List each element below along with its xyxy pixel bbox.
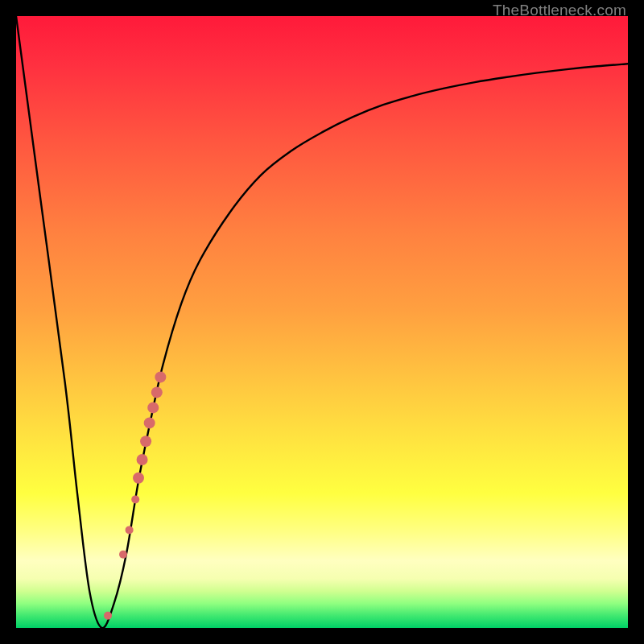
data-marker [147, 402, 159, 413]
chart-svg [16, 16, 628, 628]
plot-area [16, 16, 628, 628]
data-marker [126, 526, 134, 534]
data-marker [151, 386, 163, 398]
data-marker [140, 436, 151, 447]
data-marker [119, 551, 127, 559]
data-marker [144, 417, 155, 428]
bottleneck-curve [16, 16, 628, 628]
chart-frame: TheBottleneck.com [0, 0, 644, 644]
data-marker [155, 371, 166, 382]
data-marker [137, 454, 148, 465]
marker-group [104, 371, 166, 619]
data-marker [104, 612, 112, 620]
data-marker [133, 473, 144, 484]
data-marker [131, 495, 139, 503]
